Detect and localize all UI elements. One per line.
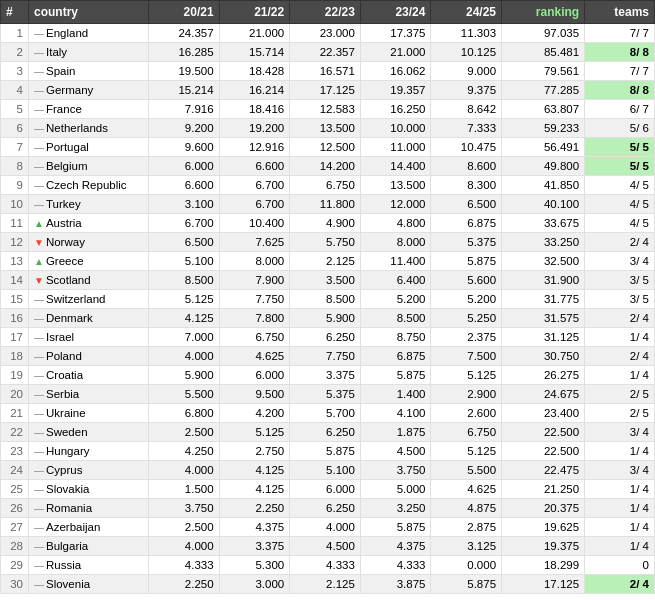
cell-y2324: 14.400	[360, 157, 431, 176]
cell-y2425: 9.375	[431, 81, 502, 100]
cell-ranking: 24.675	[502, 385, 585, 404]
cell-teams: 1/ 4	[585, 518, 655, 537]
cell-ranking: 18.299	[502, 556, 585, 575]
cell-y2122: 5.300	[219, 556, 290, 575]
cell-ranking: 31.575	[502, 309, 585, 328]
cell-y2324: 4.100	[360, 404, 431, 423]
cell-y2021: 3.100	[149, 195, 220, 214]
cell-rank: 17	[1, 328, 29, 347]
cell-teams: 3/ 4	[585, 423, 655, 442]
cell-y2021: 6.600	[149, 176, 220, 195]
cell-teams: 2/ 4	[585, 347, 655, 366]
cell-y2425: 7.500	[431, 347, 502, 366]
cell-country: —Denmark	[29, 309, 149, 328]
cell-rank: 15	[1, 290, 29, 309]
cell-y2425: 2.600	[431, 404, 502, 423]
cell-ranking: 22.500	[502, 423, 585, 442]
country-name: Azerbaijan	[46, 521, 100, 533]
cell-y2324: 3.250	[360, 499, 431, 518]
cell-y2324: 6.875	[360, 347, 431, 366]
country-name: Scotland	[46, 274, 91, 286]
cell-y2324: 11.400	[360, 252, 431, 271]
cell-teams: 3/ 4	[585, 252, 655, 271]
cell-y2021: 6.000	[149, 157, 220, 176]
cell-y2425: 8.300	[431, 176, 502, 195]
col-header-2122: 21/22	[219, 1, 290, 24]
cell-ranking: 77.285	[502, 81, 585, 100]
cell-y2425: 10.125	[431, 43, 502, 62]
cell-ranking: 63.807	[502, 100, 585, 119]
cell-rank: 11	[1, 214, 29, 233]
cell-rank: 23	[1, 442, 29, 461]
cell-rank: 9	[1, 176, 29, 195]
cell-y2324: 4.500	[360, 442, 431, 461]
cell-ranking: 31.900	[502, 271, 585, 290]
table-row: 9 —Czech Republic 6.600 6.700 6.750 13.5…	[1, 176, 655, 195]
cell-y2223: 22.357	[290, 43, 361, 62]
trend-neutral-icon: —	[34, 522, 44, 533]
trend-neutral-icon: —	[34, 123, 44, 134]
cell-y2425: 6.875	[431, 214, 502, 233]
cell-y2122: 10.400	[219, 214, 290, 233]
cell-y2223: 13.500	[290, 119, 361, 138]
cell-teams: 3/ 5	[585, 290, 655, 309]
cell-teams: 2/ 5	[585, 404, 655, 423]
cell-rank: 5	[1, 100, 29, 119]
country-name: France	[46, 103, 82, 115]
cell-y2122: 6.000	[219, 366, 290, 385]
cell-y2324: 1.875	[360, 423, 431, 442]
cell-y2223: 11.800	[290, 195, 361, 214]
cell-y2324: 16.062	[360, 62, 431, 81]
country-name: Hungary	[46, 445, 89, 457]
cell-y2425: 5.200	[431, 290, 502, 309]
cell-country: —Bulgaria	[29, 537, 149, 556]
cell-y2122: 3.375	[219, 537, 290, 556]
cell-teams: 4/ 5	[585, 214, 655, 233]
country-name: Croatia	[46, 369, 83, 381]
cell-y2223: 3.500	[290, 271, 361, 290]
cell-y2021: 4.000	[149, 461, 220, 480]
col-header-2425: 24/25	[431, 1, 502, 24]
cell-y2324: 1.400	[360, 385, 431, 404]
cell-y2122: 16.214	[219, 81, 290, 100]
country-name: Slovakia	[46, 483, 89, 495]
table-row: 25 —Slovakia 1.500 4.125 6.000 5.000 4.6…	[1, 480, 655, 499]
cell-y2021: 3.750	[149, 499, 220, 518]
table-row: 28 —Bulgaria 4.000 3.375 4.500 4.375 3.1…	[1, 537, 655, 556]
cell-teams: 4/ 5	[585, 176, 655, 195]
cell-y2122: 4.375	[219, 518, 290, 537]
cell-country: —Sweden	[29, 423, 149, 442]
country-name: England	[46, 27, 88, 39]
cell-country: —Switzerland	[29, 290, 149, 309]
cell-rank: 20	[1, 385, 29, 404]
table-row: 21 —Ukraine 6.800 4.200 5.700 4.100 2.60…	[1, 404, 655, 423]
country-name: Portugal	[46, 141, 89, 153]
cell-y2425: 2.900	[431, 385, 502, 404]
col-header-ranking: ranking	[502, 1, 585, 24]
cell-country: —Poland	[29, 347, 149, 366]
cell-y2324: 11.000	[360, 138, 431, 157]
cell-rank: 21	[1, 404, 29, 423]
trend-up-icon: ▲	[34, 218, 44, 229]
country-name: Switzerland	[46, 293, 105, 305]
cell-y2425: 3.125	[431, 537, 502, 556]
trend-up-icon: ▲	[34, 256, 44, 267]
country-name: Ukraine	[46, 407, 86, 419]
cell-y2324: 13.500	[360, 176, 431, 195]
country-name: Spain	[46, 65, 75, 77]
country-name: Belgium	[46, 160, 88, 172]
cell-y2021: 4.000	[149, 347, 220, 366]
cell-y2425: 6.750	[431, 423, 502, 442]
cell-teams: 1/ 4	[585, 537, 655, 556]
table-row: 2 —Italy 16.285 15.714 22.357 21.000 10.…	[1, 43, 655, 62]
cell-y2021: 4.333	[149, 556, 220, 575]
table-row: 26 —Romania 3.750 2.250 6.250 3.250 4.87…	[1, 499, 655, 518]
cell-ranking: 21.250	[502, 480, 585, 499]
cell-y2425: 4.625	[431, 480, 502, 499]
col-header-rank: #	[1, 1, 29, 24]
col-header-2021: 20/21	[149, 1, 220, 24]
cell-teams: 8/ 8	[585, 43, 655, 62]
cell-y2122: 7.625	[219, 233, 290, 252]
cell-teams: 1/ 4	[585, 499, 655, 518]
cell-y2223: 4.900	[290, 214, 361, 233]
